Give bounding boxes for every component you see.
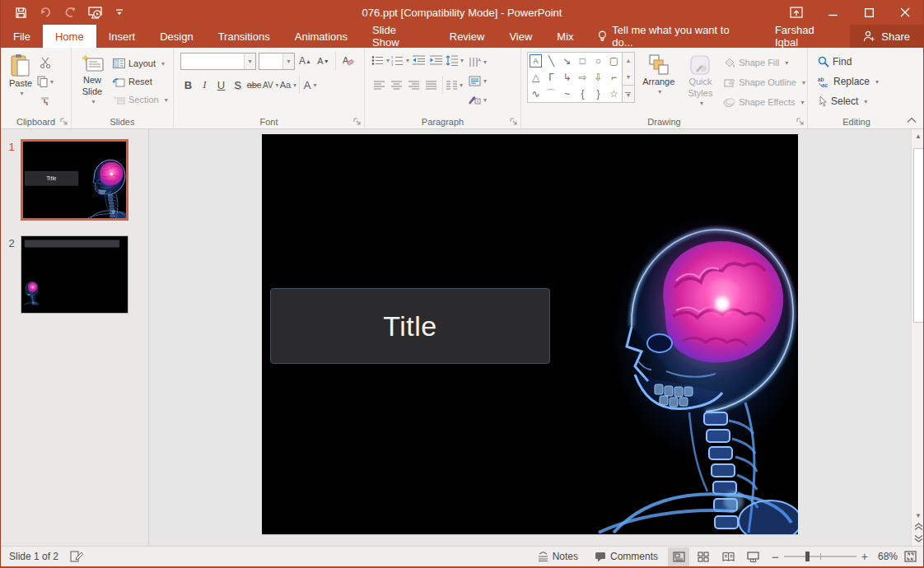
numbering-button[interactable]: 123	[391, 52, 409, 68]
align-left-button[interactable]	[371, 77, 387, 93]
scroll-up-arrow[interactable]: ▲	[912, 129, 924, 143]
shape-scribble[interactable]: ∿	[528, 86, 544, 102]
find-button[interactable]: Find	[818, 54, 903, 70]
replace-button[interactable]: abac Replace	[818, 73, 903, 90]
font-dialog-launcher[interactable]	[353, 118, 362, 126]
layout-button[interactable]: Layout	[113, 55, 168, 72]
fit-slide-to-window-button[interactable]	[904, 551, 917, 562]
slide-canvas[interactable]: Title	[262, 134, 798, 534]
font-name-dropdown-icon[interactable]: ▾	[244, 54, 255, 69]
shape-star[interactable]: ☆	[606, 86, 622, 102]
convert-to-smartart-button[interactable]	[469, 91, 487, 108]
italic-button[interactable]: I	[197, 77, 212, 93]
format-painter-button[interactable]	[37, 92, 54, 109]
tab-mix[interactable]: Mix	[544, 25, 586, 48]
align-text-button[interactable]	[469, 72, 487, 89]
paragraph-dialog-launcher[interactable]	[510, 118, 518, 126]
zoom-percentage[interactable]: 68%	[868, 551, 898, 562]
copy-button[interactable]	[37, 73, 54, 90]
editor-vertical-scrollbar[interactable]: ▲ ▼	[911, 129, 924, 546]
tab-review[interactable]: Review	[437, 25, 497, 48]
redo-button[interactable]	[62, 4, 78, 21]
slide-show-view-button[interactable]	[742, 547, 763, 566]
tab-view[interactable]: View	[497, 25, 544, 48]
character-spacing-button[interactable]: AV	[263, 77, 279, 93]
minimize-button[interactable]	[814, 0, 851, 25]
notes-toggle[interactable]: Notes	[530, 547, 586, 567]
collapse-ribbon-button[interactable]	[907, 117, 917, 123]
customize-qat-button[interactable]	[111, 4, 128, 21]
tab-file[interactable]: File	[1, 25, 43, 48]
text-direction-button[interactable]: A	[469, 54, 487, 70]
zoom-slider[interactable]	[784, 556, 856, 557]
signed-in-user[interactable]: Farshad Iqbal	[762, 25, 850, 48]
change-case-button[interactable]: Aa	[280, 77, 296, 93]
shape-line[interactable]: ╲	[544, 53, 559, 69]
reset-button[interactable]: Reset	[113, 73, 168, 90]
quick-styles-button[interactable]: Quick Styles	[683, 52, 719, 110]
normal-view-button[interactable]	[668, 547, 689, 566]
line-spacing-button[interactable]	[446, 52, 464, 68]
ribbon-display-options-button[interactable]	[778, 0, 814, 25]
drawing-dialog-launcher[interactable]	[796, 118, 805, 126]
arrange-button[interactable]: Arrange	[640, 52, 678, 110]
shape-triangle[interactable]: △	[528, 69, 544, 86]
decrease-indent-button[interactable]	[411, 52, 427, 68]
increase-font-size-button[interactable]: A▲	[297, 53, 313, 69]
align-right-button[interactable]	[406, 77, 422, 93]
slide-editor-area[interactable]: Title	[149, 129, 911, 546]
tab-design[interactable]: Design	[147, 25, 205, 48]
previous-slide-button[interactable]	[914, 523, 923, 531]
start-slideshow-button[interactable]	[86, 4, 103, 21]
justify-button[interactable]	[423, 77, 439, 93]
shape-rounded-rectangle[interactable]: ▢	[606, 53, 622, 69]
comments-toggle[interactable]: Comments	[586, 547, 666, 567]
new-slide-button[interactable]: New Slide	[75, 52, 110, 108]
font-name-combo[interactable]: ▾	[180, 53, 256, 70]
zoom-in-button[interactable]: +	[861, 550, 868, 563]
shape-right-brace[interactable]: }	[590, 86, 606, 102]
shape-elbow-arrow-connector[interactable]: ↳	[559, 69, 575, 86]
paste-button[interactable]: Paste	[4, 52, 37, 109]
tab-home[interactable]: Home	[43, 25, 96, 48]
tab-slide-show[interactable]: Slide Show	[360, 25, 437, 48]
text-shadow-button[interactable]: S	[230, 77, 245, 93]
cut-button[interactable]	[37, 54, 54, 71]
strikethrough-button[interactable]: abc	[246, 77, 262, 93]
shape-text-box[interactable]: A	[530, 54, 542, 68]
select-button[interactable]: Select	[818, 93, 903, 109]
close-button[interactable]	[887, 0, 923, 25]
share-button[interactable]: Share	[850, 25, 923, 48]
shape-curve[interactable]: ~	[559, 86, 575, 102]
shapes-scroll-down[interactable]: ▼	[623, 69, 634, 86]
shape-line-arrow[interactable]: ↘	[559, 53, 575, 69]
tell-me-box[interactable]: Tell me what you want to do...	[586, 25, 762, 48]
shape-elbow-connector[interactable]: Γ	[544, 69, 559, 86]
bullets-button[interactable]	[371, 52, 390, 68]
maximize-button[interactable]	[851, 0, 887, 25]
undo-button[interactable]	[37, 4, 54, 21]
shape-rectangle[interactable]: □	[575, 53, 590, 69]
shape-effects-button[interactable]: Shape Effects	[723, 94, 805, 110]
slide-thumbnail-2[interactable]	[21, 235, 128, 314]
tab-insert[interactable]: Insert	[96, 25, 148, 48]
scrollbar-thumb[interactable]	[913, 148, 924, 323]
section-button[interactable]: Section	[113, 91, 168, 108]
tab-transitions[interactable]: Transitions	[206, 25, 282, 48]
shape-right-arrow[interactable]: ⇨	[575, 69, 590, 86]
shape-left-brace[interactable]: {	[575, 86, 590, 102]
notes-pencil-icon[interactable]	[70, 551, 83, 562]
slide-sorter-view-button[interactable]	[693, 547, 714, 566]
tab-animations[interactable]: Animations	[282, 25, 360, 48]
font-color-button[interactable]: A	[302, 77, 318, 93]
slide-thumbnail-1[interactable]: Title	[21, 139, 128, 221]
decrease-font-size-button[interactable]: A▼	[315, 53, 331, 69]
font-size-combo[interactable]: ▾	[259, 53, 295, 70]
shape-oval[interactable]: ○	[590, 53, 606, 69]
shape-corner[interactable]: ⌐	[606, 69, 622, 86]
clear-formatting-button[interactable]: A	[340, 53, 356, 69]
font-size-dropdown-icon[interactable]: ▾	[282, 54, 294, 69]
shapes-scroll-up[interactable]: ▲	[623, 53, 634, 69]
shapes-more-button[interactable]: ▼	[623, 85, 634, 102]
shape-arc[interactable]: ⌒	[544, 86, 559, 102]
